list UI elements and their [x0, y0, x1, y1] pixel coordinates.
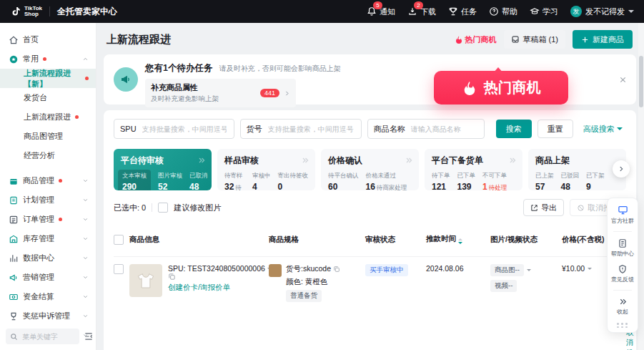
- chevron-down-icon: [82, 197, 89, 203]
- help-button[interactable]: 帮助: [489, 6, 517, 17]
- stat-sent-awaiting[interactable]: 寄出待签收0: [278, 172, 309, 190]
- status-card-stats: 文本审核290 图片审核52 已取消48: [121, 172, 204, 190]
- product-image[interactable]: [129, 264, 162, 297]
- learning-button[interactable]: 学习: [530, 6, 558, 17]
- sidebar-item-shipping-desk[interactable]: 发货台: [0, 88, 96, 107]
- col-push-time[interactable]: 推款时间: [426, 234, 490, 246]
- todo-task-card[interactable]: 补充商品属性 及时补充避免影响上架 441: [145, 79, 296, 107]
- stat-price-rejected[interactable]: 价格未通过16待商家处理: [366, 172, 407, 190]
- product-name-filter-input[interactable]: [410, 125, 478, 134]
- price-value: ¥10.00: [562, 264, 585, 273]
- status-card-platform-po[interactable]: 平台下备货单 待下单121 已下单139 不可下单1待处理: [425, 149, 522, 190]
- sidebar-item-appeal-mgmt[interactable]: 奖惩申诉管理: [0, 306, 96, 326]
- status-card-title: 样品审核: [224, 155, 308, 167]
- collapse-sidebar-icon[interactable]: [84, 331, 94, 341]
- tasks-label: 任务: [461, 6, 477, 17]
- sku-filter-input[interactable]: [267, 125, 355, 134]
- box-icon: [9, 176, 19, 186]
- status-card-platform-review[interactable]: 平台待审核 文本审核290 图片审核52 已取消48: [114, 149, 212, 190]
- copy-icon[interactable]: [333, 266, 340, 273]
- stat-cannot-order[interactable]: 不可下单1待处理: [482, 172, 507, 190]
- sku-thumbnail[interactable]: [269, 264, 282, 277]
- draft-box-button[interactable]: 草稿箱 (1): [504, 30, 566, 49]
- stat-rejected[interactable]: 已驳回48: [561, 172, 580, 190]
- sidebar-label: 资金结算: [23, 291, 54, 302]
- collapse-panel-button[interactable]: 收起: [617, 297, 628, 316]
- sidebar-label: 数据中心: [23, 253, 54, 263]
- sidebar-item-funds-settlement[interactable]: 资金结算: [0, 287, 96, 306]
- col-product-info: 商品信息: [129, 235, 269, 245]
- row-checkbox[interactable]: [114, 264, 124, 274]
- tiktok-shop-logo[interactable]: TikTok Shop: [10, 6, 42, 17]
- menu-search-input[interactable]: [21, 332, 75, 341]
- sidebar-item-product-image[interactable]: 商品图管理: [0, 127, 96, 146]
- popover-label: 热门商机: [484, 78, 541, 97]
- sidebar-item-plan-mgmt[interactable]: 计划管理: [0, 190, 96, 210]
- chevron-down-icon[interactable]: [588, 268, 592, 272]
- stat-text-review[interactable]: 文本审核290: [118, 170, 151, 190]
- official-community-button[interactable]: 官方社群: [611, 205, 634, 225]
- sidebar-item-data-center[interactable]: 数据中心: [0, 248, 96, 268]
- stat-awaiting-platform[interactable]: 待平台确认60: [328, 172, 359, 190]
- stat-cancelled[interactable]: 已取消48: [189, 172, 208, 190]
- vertical-scrollbar[interactable]: [638, 23, 644, 350]
- product-name-filter-label: 商品名称: [374, 124, 405, 135]
- scrollbar-thumb[interactable]: [639, 56, 643, 107]
- close-icon[interactable]: [619, 76, 627, 84]
- sidebar-item-marketing-mgmt[interactable]: 营销管理: [0, 268, 96, 287]
- download-button[interactable]: 2 下载: [407, 6, 436, 17]
- sidebar-item-common[interactable]: 常用: [0, 49, 96, 69]
- status-card-product-listed[interactable]: 商品上架 已上架57 已驳回48 已下架9: [528, 149, 626, 190]
- status-card-sample-review[interactable]: 样品审核 待寄样32待处理 审核中4 寄出待签收0: [217, 149, 315, 190]
- todo-subtitle: 请及时补充，否则可能会影响商品上架: [219, 64, 341, 72]
- reset-button[interactable]: 重置: [538, 120, 573, 138]
- create-product-button[interactable]: 新建商品: [573, 30, 633, 49]
- sidebar-item-inventory-mgmt[interactable]: 库存管理: [0, 229, 96, 248]
- account-menu[interactable]: 发 发不记得发: [570, 6, 634, 17]
- sidebar-item-business-analysis[interactable]: 经营分析: [0, 146, 96, 165]
- suggest-filter-checkbox[interactable]: [158, 203, 168, 213]
- stat-image-review[interactable]: 图片审核52: [158, 172, 182, 190]
- copy-icon[interactable]: [168, 273, 272, 281]
- stat-ordered[interactable]: 已下单139: [457, 172, 476, 190]
- spu-filter-input[interactable]: [141, 125, 228, 134]
- drag-handle[interactable]: [617, 323, 628, 328]
- create-product-label: 新建商品: [593, 34, 624, 45]
- select-all-checkbox[interactable]: [114, 235, 124, 245]
- search-button[interactable]: 搜索: [496, 120, 532, 138]
- stat-to-order[interactable]: 待下单121: [432, 172, 450, 190]
- sidebar-label: 上新流程跟进: [24, 112, 71, 122]
- hot-opportunities-link[interactable]: 热门商机: [455, 34, 497, 45]
- document-icon: [618, 238, 628, 248]
- sidebar-item-home[interactable]: 首页: [0, 30, 96, 49]
- status-card-stats: 已上架57 已驳回48 已下架9: [535, 172, 619, 190]
- create-price-card-link[interactable]: 创建价卡/询报价单: [168, 283, 230, 293]
- collapse-panel-label: 收起: [617, 308, 628, 316]
- seller-center-title: 全托管卖家中心: [57, 6, 117, 18]
- advanced-search-toggle[interactable]: 高级搜索: [583, 124, 623, 135]
- export-button[interactable]: 导出: [523, 199, 564, 216]
- stat-to-send-sample[interactable]: 待寄样32待处理: [224, 172, 245, 190]
- sidebar-item-new-product-flow-new[interactable]: 上新流程跟进【新】: [0, 69, 96, 88]
- chevron-up-icon: [82, 56, 89, 62]
- notifications-button[interactable]: 5 通知: [367, 6, 395, 17]
- stat-listed[interactable]: 已上架57: [535, 172, 554, 190]
- download-label: 下载: [420, 6, 436, 17]
- hot-opportunities-popover[interactable]: 热门商机: [434, 71, 568, 104]
- floating-helper-panel: 官方社群 帮助中心 意见反馈 收起: [607, 198, 638, 333]
- sidebar-item-product-mgmt[interactable]: 商品管理: [0, 171, 96, 190]
- menu-search-box[interactable]: [6, 329, 79, 344]
- stat-delisted[interactable]: 已下架9: [586, 172, 605, 190]
- sidebar-item-new-product-flow[interactable]: 上新流程跟进: [0, 107, 96, 127]
- feedback-button[interactable]: 意见反馈: [611, 264, 634, 283]
- cards-next-arrow[interactable]: [613, 160, 630, 178]
- megaphone-icon: [9, 273, 19, 283]
- status-card-price-confirm[interactable]: 价格确认 待平台确认60 价格未通过16待商家处理: [321, 149, 419, 190]
- stat-in-review[interactable]: 审核中4: [252, 172, 271, 190]
- help-center-button[interactable]: 帮助中心: [611, 238, 634, 258]
- chevron-down-icon[interactable]: [527, 269, 531, 273]
- export-icon: [530, 204, 538, 212]
- sidebar-label: 经营分析: [24, 150, 55, 161]
- tasks-button[interactable]: 任务: [448, 6, 477, 17]
- sidebar-item-order-mgmt[interactable]: 订单管理: [0, 210, 96, 229]
